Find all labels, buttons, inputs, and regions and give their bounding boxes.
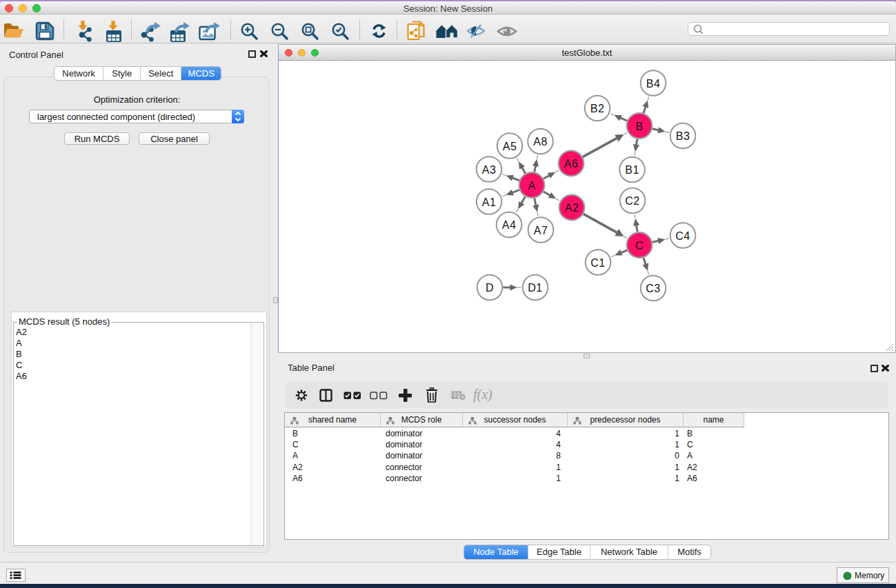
svg-text:B4: B4 <box>646 78 660 90</box>
svg-text:C1: C1 <box>590 257 605 269</box>
svg-text:D1: D1 <box>528 282 542 294</box>
svg-text:A5: A5 <box>503 141 517 152</box>
svg-text:A2: A2 <box>565 202 579 214</box>
svg-text:B1: B1 <box>625 164 639 176</box>
svg-text:A1: A1 <box>482 196 496 208</box>
svg-text:D: D <box>486 282 494 294</box>
svg-text:A: A <box>528 180 535 192</box>
svg-text:B: B <box>635 121 643 132</box>
svg-text:C4: C4 <box>675 230 690 242</box>
svg-text:C2: C2 <box>625 195 639 207</box>
svg-text:C: C <box>635 240 644 252</box>
svg-text:A3: A3 <box>482 164 496 176</box>
svg-text:C3: C3 <box>646 283 660 294</box>
svg-text:A6: A6 <box>564 158 578 170</box>
svg-text:A8: A8 <box>533 136 547 148</box>
svg-text:A7: A7 <box>534 225 548 236</box>
svg-text:A4: A4 <box>502 219 516 231</box>
svg-text:B2: B2 <box>590 103 604 114</box>
svg-text:B3: B3 <box>676 130 690 142</box>
